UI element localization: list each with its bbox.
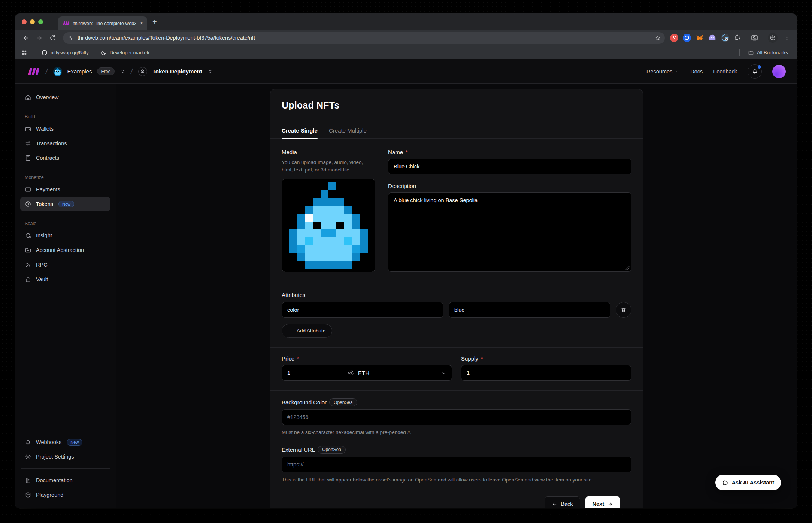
create-mode-tabs: Create SingleCreate Multiple — [270, 122, 643, 139]
attributes-label: Attributes — [282, 292, 305, 298]
url-bar[interactable]: thirdweb.com/team/examples/Token-Deploym… — [63, 32, 665, 44]
sidebar-item-transactions[interactable]: Transactions — [20, 136, 110, 150]
price-label: Price* — [282, 355, 299, 362]
user-avatar[interactable] — [772, 65, 786, 78]
minimize-window-button[interactable] — [30, 19, 35, 24]
header-nav-feedback[interactable]: Feedback — [713, 69, 737, 75]
form-footer: Back Next — [282, 490, 631, 508]
browser-menu-icon[interactable] — [782, 34, 792, 41]
screen-search-icon[interactable] — [751, 34, 758, 42]
sidebar-item-wallets[interactable]: Wallets — [20, 122, 110, 136]
extensions-row — [670, 33, 792, 43]
sidebar-item-webhooks[interactable]: WebhooksNew — [20, 435, 110, 449]
attribute-value-input[interactable] — [449, 302, 610, 318]
project-name[interactable]: Token Deployment — [152, 68, 202, 75]
sidebar-item-payments[interactable]: Payments — [20, 182, 110, 197]
apps-grid-icon[interactable] — [21, 49, 27, 56]
currency-select[interactable]: ETH — [342, 365, 452, 380]
back-icon[interactable] — [20, 32, 31, 43]
sidebar-item-tokens[interactable]: TokensNew — [20, 197, 110, 211]
bookmark-item[interactable]: niftyswap.gg/Nifty... — [38, 48, 96, 57]
attribute-name-input[interactable] — [282, 302, 443, 318]
sidebar-item-playground[interactable]: Playground — [20, 488, 110, 502]
site-settings-icon[interactable] — [67, 35, 74, 41]
bookmark-label: niftyswap.gg/Nifty... — [51, 50, 93, 55]
all-bookmarks-button[interactable]: All Bookmarks — [745, 49, 791, 57]
phantom-extension-icon[interactable] — [708, 34, 716, 42]
thirdweb-favicon — [62, 21, 70, 26]
project-icon — [138, 67, 147, 76]
sidebar-item-label: Transactions — [36, 140, 67, 146]
tab-create-single[interactable]: Create Single — [282, 122, 318, 138]
forward-icon[interactable] — [34, 32, 45, 43]
external-url-label: External URL OpenSea — [282, 446, 346, 454]
back-button[interactable]: Back — [545, 496, 580, 508]
window-controls — [22, 19, 43, 24]
sidebar-item-rpc[interactable]: RPC — [20, 258, 110, 272]
sidebar-item-label: RPC — [36, 262, 48, 268]
sidebar-item-account-abstraction[interactable]: Account Abstraction — [20, 243, 110, 257]
add-attribute-button[interactable]: Add Attribute — [282, 324, 332, 338]
bookmark-item[interactable]: Developer marketi... — [98, 49, 156, 57]
bookmarks-divider — [33, 49, 33, 56]
close-tab-icon[interactable]: ✕ — [140, 21, 143, 25]
delete-attribute-button[interactable] — [616, 302, 631, 318]
sidebar-item-vault[interactable]: Vault — [20, 272, 110, 286]
external-url-input[interactable] — [282, 457, 631, 472]
reload-icon[interactable] — [47, 32, 58, 43]
ask-ai-assistant-button[interactable]: Ask AI Assistant — [715, 475, 781, 490]
tab-create-multiple[interactable]: Create Multiple — [329, 122, 367, 138]
sidebar-item-label: Payments — [36, 186, 60, 192]
supply-input[interactable] — [461, 365, 631, 381]
url-text[interactable]: thirdweb.com/team/examples/Token-Deploym… — [78, 35, 649, 41]
extension-blue-icon[interactable] — [683, 34, 691, 42]
metamask-extension-icon[interactable] — [696, 34, 704, 42]
team-avatar[interactable] — [53, 67, 62, 76]
browser-profile-icon[interactable] — [768, 33, 778, 43]
description-input[interactable]: A blue chick living on Base Sepolia — [388, 192, 631, 272]
sidebar-item-label: Tokens — [36, 201, 53, 207]
bookmark-star-icon[interactable] — [653, 33, 663, 43]
new-tab-button[interactable]: + — [152, 18, 157, 26]
team-name[interactable]: Examples — [67, 68, 92, 75]
webhook-icon — [25, 439, 31, 446]
team-switcher-icon[interactable] — [120, 69, 125, 74]
new-badge: New — [58, 201, 74, 207]
toolbar-divider — [746, 34, 746, 42]
notification-dot — [758, 65, 761, 69]
extensions-puzzle-icon[interactable] — [734, 34, 741, 42]
thirdweb-dashboard: / Examples Free / Token Deployment Resou… — [15, 59, 797, 508]
sidebar-item-project-settings[interactable]: Project Settings — [20, 450, 110, 464]
sidebar-section-title: Build — [25, 114, 106, 119]
close-window-button[interactable] — [22, 19, 27, 24]
header-nav-resources[interactable]: Resources — [646, 69, 680, 75]
background-color-helper: Must be a six-character hexadecimal with… — [282, 429, 631, 436]
media-upload-preview[interactable] — [282, 179, 375, 272]
sidebar-section-title: Scale — [25, 221, 106, 226]
project-switcher-icon[interactable] — [207, 69, 213, 74]
browser-tab[interactable]: thirdweb: The complete web3 ✕ — [58, 16, 147, 30]
sidebar-item-contracts[interactable]: Contracts — [20, 151, 110, 165]
breadcrumb-separator: / — [45, 67, 48, 76]
next-button[interactable]: Next — [585, 496, 620, 508]
breadcrumb-separator: / — [130, 67, 133, 76]
attribute-row — [282, 302, 631, 318]
background-color-input[interactable] — [282, 409, 631, 425]
header-nav-docs[interactable]: Docs — [690, 69, 703, 75]
sidebar-item-label: Overview — [36, 94, 58, 100]
extension-red-icon[interactable] — [670, 34, 678, 42]
vault-icon — [25, 276, 31, 283]
sidebar-item-label: Vault — [36, 276, 48, 282]
zoom-window-button[interactable] — [38, 19, 43, 24]
tab-title: thirdweb: The complete web3 — [73, 21, 136, 26]
docs-icon — [25, 477, 31, 484]
name-input[interactable] — [388, 159, 631, 174]
sidebar-item-insight[interactable]: Insight — [20, 228, 110, 243]
sidebar-item-overview[interactable]: Overview — [20, 90, 110, 104]
extension-clock-icon[interactable] — [721, 34, 729, 42]
media-helper: You can upload image, audio, video, html… — [282, 159, 375, 173]
price-input[interactable]: 1 — [282, 365, 342, 380]
notifications-button[interactable] — [748, 64, 762, 79]
sidebar-item-documentation[interactable]: Documentation — [20, 473, 110, 487]
thirdweb-logo[interactable] — [26, 67, 40, 76]
